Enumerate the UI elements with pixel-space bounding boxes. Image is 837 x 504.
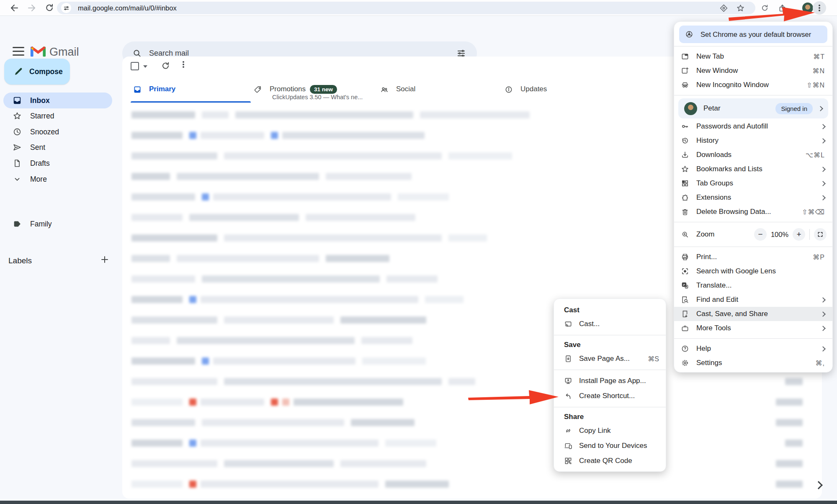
chevron-right-icon	[820, 138, 826, 144]
fullscreen-button[interactable]	[814, 228, 827, 241]
new-tab-icon	[681, 52, 689, 61]
menu-item-help[interactable]: Help	[674, 342, 832, 356]
select-dropdown-icon[interactable]	[143, 65, 147, 68]
sidebar-item-snoozed[interactable]: Snoozed	[3, 124, 112, 140]
sidebar-item-drafts[interactable]: Drafts	[3, 155, 112, 171]
tab-social[interactable]: Social	[375, 77, 500, 103]
submenu-header-cast: Cast	[554, 304, 666, 316]
label-tag-icon	[13, 219, 22, 229]
refresh-icon[interactable]	[161, 61, 170, 71]
trash-icon	[681, 208, 689, 216]
promotions-tag-icon	[254, 85, 262, 94]
menu-item-new-tab[interactable]: New Tab ⌘T	[674, 49, 832, 64]
menu-item-print[interactable]: Print... ⌘P	[674, 250, 832, 264]
chrome-logo-icon	[685, 30, 693, 39]
hamburger-menu-icon[interactable]	[13, 47, 24, 56]
avatar	[684, 102, 697, 115]
chevron-right-icon	[820, 181, 826, 186]
add-label-icon[interactable]	[100, 255, 110, 265]
sidebar-item-label: Drafts	[30, 159, 50, 168]
key-icon	[681, 122, 689, 131]
menu-item-translate[interactable]: Translate...	[674, 278, 832, 293]
menu-item-history[interactable]: History	[674, 134, 832, 148]
chevron-right-icon	[820, 311, 826, 317]
zoom-in-button[interactable]: +	[793, 228, 805, 241]
submenu-header-save: Save	[554, 339, 666, 351]
menu-item-settings[interactable]: Settings ⌘,	[674, 356, 832, 370]
menu-divider	[554, 370, 666, 370]
menu-item-zoom: Zoom − 100% +	[674, 225, 832, 244]
briefcase-icon	[681, 324, 689, 332]
create-shortcut-icon	[564, 392, 572, 400]
window-bottom-edge	[0, 501, 837, 504]
forward-icon[interactable]	[27, 3, 37, 13]
cast-save-share-submenu: Cast Cast... Save Save Page As... ⌘S Ins…	[554, 298, 666, 472]
menu-item-bookmarks[interactable]: Bookmarks and Lists	[674, 162, 832, 176]
menu-divider	[674, 247, 832, 247]
menu-item-copy-link[interactable]: Copy Link	[554, 423, 666, 438]
inbox-icon	[13, 96, 22, 105]
menu-item-extensions[interactable]: Extensions	[674, 190, 832, 205]
menu-item-downloads[interactable]: Downloads ⌥⌘L	[674, 148, 832, 162]
more-options-icon[interactable]	[183, 60, 184, 69]
menu-divider	[674, 95, 832, 95]
menu-divider	[554, 335, 666, 335]
compose-button[interactable]: Compose	[4, 59, 70, 85]
promotions-badge: 31 new	[310, 85, 337, 94]
menu-item-tab-groups[interactable]: Tab Groups	[674, 176, 832, 190]
puzzle-icon	[681, 193, 689, 202]
copy-link-icon	[564, 427, 572, 435]
menu-item-install-page-as-app[interactable]: Install Page as App...	[554, 373, 666, 388]
tab-promotions[interactable]: Promotions 31 new ClickUpdates 3.50 — Wh…	[251, 77, 375, 103]
labels-title: Labels	[8, 256, 32, 265]
save-page-icon	[564, 355, 572, 363]
zoom-level: 100%	[767, 231, 793, 239]
menu-item-find-and-edit[interactable]: Find and Edit	[674, 293, 832, 307]
email-row[interactable]	[122, 474, 822, 494]
select-all-checkbox[interactable]	[131, 62, 139, 70]
sidebar-item-sent[interactable]: Sent	[3, 139, 112, 155]
email-row[interactable]	[122, 453, 822, 474]
compose-label: Compose	[29, 67, 63, 76]
chevron-right-icon	[820, 124, 826, 129]
sidebar-item-starred[interactable]: Starred	[3, 108, 112, 124]
send-icon	[13, 143, 22, 152]
zoom-out-button[interactable]: −	[754, 228, 767, 241]
menu-item-profile[interactable]: Petar Signed in	[678, 98, 828, 118]
back-icon[interactable]	[9, 3, 19, 13]
menu-divider	[674, 46, 832, 46]
url-text[interactable]: mail.google.com/mail/u/0/#inbox	[78, 2, 177, 14]
menu-item-google-lens[interactable]: Search with Google Lens	[674, 264, 832, 278]
translate-icon	[681, 281, 689, 290]
star-icon	[13, 111, 22, 121]
menu-item-new-incognito-window[interactable]: New Incognito Window ⇧⌘N	[674, 78, 832, 92]
sidebar-label-family[interactable]: Family	[3, 216, 112, 232]
menu-item-new-window[interactable]: New Window ⌘N	[674, 64, 832, 78]
chevron-right-icon	[818, 106, 823, 111]
chevron-right-icon	[820, 195, 826, 201]
tab-updates[interactable]: Updates	[500, 77, 626, 103]
menu-item-send-to-devices[interactable]: Send to Your Devices	[554, 438, 666, 453]
menu-item-delete-browsing-data[interactable]: Delete Browsing Data... ⇧⌘⌫	[674, 205, 832, 219]
sidebar-item-more[interactable]: More	[3, 171, 112, 187]
email-row[interactable]	[122, 412, 822, 433]
menu-item-save-page-as[interactable]: Save Page As... ⌘S	[554, 351, 666, 366]
social-people-icon	[380, 85, 389, 94]
menu-item-cast-save-share[interactable]: Cast, Save, and Share	[674, 307, 832, 321]
signed-in-badge: Signed in	[775, 103, 813, 114]
menu-item-create-shortcut[interactable]: Create Shortcut...	[554, 388, 666, 404]
menu-item-passwords[interactable]: Passwords and Autofill	[674, 119, 832, 134]
address-bar[interactable]: mail.google.com/mail/u/0/#inbox	[57, 2, 755, 14]
chevron-right-icon	[820, 326, 826, 331]
site-settings-icon[interactable]	[61, 3, 71, 13]
menu-item-set-default-browser[interactable]: Set Chrome as your default browser	[679, 26, 827, 43]
sidebar-item-inbox[interactable]: Inbox	[3, 93, 112, 108]
menu-item-create-qr-code[interactable]: Create QR Code	[554, 453, 666, 468]
email-row[interactable]	[122, 433, 822, 453]
send-devices-icon	[564, 442, 572, 450]
tab-primary[interactable]: Primary	[126, 77, 251, 103]
menu-item-more-tools[interactable]: More Tools	[674, 321, 832, 335]
menu-item-cast[interactable]: Cast...	[554, 316, 666, 332]
reload-icon[interactable]	[44, 3, 54, 13]
page-share-icon	[681, 310, 689, 318]
